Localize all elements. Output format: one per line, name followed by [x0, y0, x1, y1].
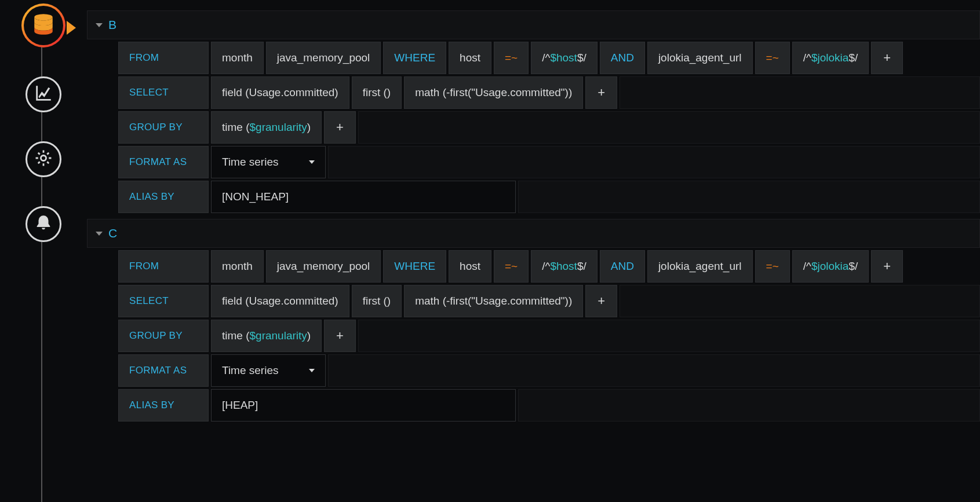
row-filler — [620, 76, 980, 109]
chevron-down-icon — [96, 232, 103, 236]
select-part-0[interactable]: field (Usage.committed) — [211, 76, 349, 109]
from-policy[interactable]: month — [211, 250, 264, 283]
groupby-time[interactable]: time ($granularity) — [211, 320, 322, 352]
from-policy[interactable]: month — [211, 42, 264, 74]
alias-row: ALIAS BY [HEAP] — [118, 389, 980, 422]
chevron-down-icon — [96, 23, 103, 27]
select-part-1[interactable]: first () — [352, 285, 402, 317]
row-filler — [620, 285, 980, 317]
where-keyword: WHERE — [383, 250, 446, 283]
groupby-row: GROUP BY time ($granularity) + — [118, 111, 980, 144]
where-join-1[interactable]: AND — [600, 42, 645, 74]
alias-row: ALIAS BY [NON_HEAP] — [118, 181, 980, 213]
format-label: FORMAT AS — [118, 354, 209, 387]
nav-datasource[interactable] — [21, 3, 65, 47]
chevron-down-icon — [309, 160, 315, 164]
row-filler — [358, 320, 980, 352]
from-measurement[interactable]: java_memory_pool — [266, 42, 381, 74]
groupby-time[interactable]: time ($granularity) — [211, 111, 322, 144]
from-row: FROM month java_memory_pool WHERE host =… — [118, 42, 980, 74]
where-op-1[interactable]: =~ — [755, 42, 790, 74]
query-header-b[interactable]: B — [87, 10, 980, 39]
where-field-1[interactable]: jolokia_agent_url — [647, 250, 753, 283]
from-label: FROM — [118, 42, 209, 74]
select-part-2[interactable]: math (-first("Usage.committed")) — [404, 285, 583, 317]
row-filler — [518, 181, 980, 213]
select-part-0[interactable]: field (Usage.committed) — [211, 285, 349, 317]
query-block-c: C FROM month java_memory_pool WHERE host… — [87, 219, 980, 422]
row-filler — [518, 389, 980, 422]
where-value-0[interactable]: /^$host$/ — [531, 42, 598, 74]
groupby-add-button[interactable]: + — [324, 111, 356, 144]
groupby-label: GROUP BY — [118, 320, 209, 352]
where-op-0[interactable]: =~ — [494, 250, 529, 283]
where-field-0[interactable]: host — [449, 250, 491, 283]
graph-icon — [34, 83, 53, 106]
alias-label: ALIAS BY — [118, 181, 209, 213]
row-filler — [328, 354, 980, 387]
alias-input[interactable]: [NON_HEAP] — [211, 181, 516, 213]
groupby-label: GROUP BY — [118, 111, 209, 144]
alias-input[interactable]: [HEAP] — [211, 389, 516, 422]
select-part-2[interactable]: math (-first("Usage.committed")) — [404, 76, 583, 109]
where-value-0[interactable]: /^$host$/ — [531, 250, 598, 283]
query-letter: C — [108, 226, 117, 240]
format-row: FORMAT AS Time series — [118, 354, 980, 387]
groupby-row: GROUP BY time ($granularity) + — [118, 320, 980, 352]
chevron-down-icon — [309, 369, 315, 372]
query-header-c[interactable]: C — [87, 219, 980, 248]
row-filler — [358, 111, 980, 144]
nav-alerts[interactable] — [25, 206, 61, 242]
row-filler — [328, 146, 980, 178]
from-row: FROM month java_memory_pool WHERE host =… — [118, 250, 980, 283]
where-op-1[interactable]: =~ — [755, 250, 790, 283]
settings-icon — [34, 148, 53, 171]
select-row: SELECT field (Usage.committed) first () … — [118, 285, 980, 317]
query-letter: B — [108, 18, 116, 32]
where-add-button[interactable]: + — [871, 250, 903, 283]
svg-point-0 — [34, 14, 53, 20]
format-select[interactable]: Time series — [211, 354, 326, 387]
from-measurement[interactable]: java_memory_pool — [266, 250, 381, 283]
format-value: Time series — [222, 156, 278, 168]
where-add-button[interactable]: + — [871, 42, 903, 74]
where-value-1[interactable]: /^$jolokia$/ — [792, 250, 869, 283]
nav-settings[interactable] — [25, 141, 61, 177]
where-keyword: WHERE — [383, 42, 446, 74]
where-field-0[interactable]: host — [449, 42, 491, 74]
groupby-add-button[interactable]: + — [324, 320, 356, 352]
alias-label: ALIAS BY — [118, 389, 209, 422]
database-icon — [31, 12, 56, 39]
format-value: Time series — [222, 364, 278, 377]
where-op-0[interactable]: =~ — [494, 42, 529, 74]
nav-visualization[interactable] — [25, 76, 61, 112]
select-part-1[interactable]: first () — [352, 76, 402, 109]
format-select[interactable]: Time series — [211, 146, 326, 178]
query-editor: B FROM month java_memory_pool WHERE host… — [87, 0, 980, 502]
svg-point-1 — [41, 155, 46, 160]
select-add-button[interactable]: + — [585, 285, 617, 317]
where-value-1[interactable]: /^$jolokia$/ — [792, 42, 869, 74]
where-field-1[interactable]: jolokia_agent_url — [647, 42, 753, 74]
from-label: FROM — [118, 250, 209, 283]
select-row: SELECT field (Usage.committed) first () … — [118, 76, 980, 109]
where-join-1[interactable]: AND — [600, 250, 645, 283]
select-label: SELECT — [118, 76, 209, 109]
format-label: FORMAT AS — [118, 146, 209, 178]
select-label: SELECT — [118, 285, 209, 317]
bell-icon — [34, 213, 53, 236]
query-block-b: B FROM month java_memory_pool WHERE host… — [87, 10, 980, 213]
select-add-button[interactable]: + — [585, 76, 617, 109]
format-row: FORMAT AS Time series — [118, 146, 980, 178]
editor-side-nav — [0, 0, 87, 502]
